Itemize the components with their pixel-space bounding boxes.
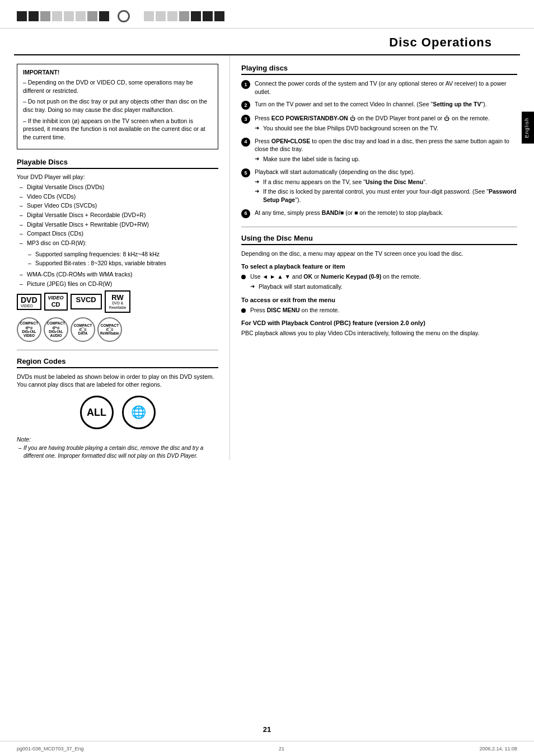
step-num-2: 2 — [241, 101, 250, 110]
footer-right: 2006.2.14, 11:08 — [479, 746, 517, 752]
disc-circles-row: COMPACTdiscDIGITAL VIDEO COMPACTdiscDIGI… — [17, 317, 218, 343]
bar-block — [214, 11, 224, 21]
step-num-1: 1 — [241, 80, 250, 89]
list-item: Supported sampling frequencies: 8 kHz~48… — [25, 250, 218, 259]
disc-list: Digital Versatile Discs (DVDs) Video CDs… — [17, 183, 218, 247]
disc-item-compact-data: COMPACTdiscDATA — [71, 317, 95, 343]
list-item: Supported Bit-rates : 8~320 kbps, variab… — [25, 259, 218, 267]
top-decorative-bar — [0, 0, 534, 29]
step-content-6: At any time, simply press BAND/■ (or ■ o… — [255, 209, 517, 218]
important-title: IMPORTANT! — [23, 69, 212, 76]
step-num-3: 3 — [241, 115, 250, 124]
svcd-logo: SVCD — [71, 294, 102, 309]
bar-block — [203, 11, 213, 21]
dvd-logo: DVD VIDEO — [17, 294, 41, 310]
vcd-logo: VIDEO CD — [44, 293, 68, 311]
bar-block — [179, 11, 189, 21]
bar-block — [29, 11, 39, 21]
step-4-arrow: Make sure the label side is facing up. — [255, 155, 517, 163]
list-item: Video CDs (VCDs) — [17, 192, 218, 201]
disc-menu-header: Using the Disc Menu — [241, 234, 517, 245]
rw-logo: RW DVD &Rewritable — [105, 290, 131, 312]
top-bar-right-pattern — [144, 11, 224, 21]
top-bar-left-pattern — [17, 11, 109, 21]
bar-block — [156, 11, 166, 21]
step-num-6: 6 — [241, 209, 250, 218]
bar-block — [99, 11, 109, 21]
step-3: 3 Press ECO POWER/STANDBY-ON ⏻ on the DV… — [241, 114, 517, 132]
main-content: IMPORTANT! – Depending on the DVD or VID… — [0, 55, 534, 460]
disc-logos-row: DVD VIDEO VIDEO CD SVCD RW DVD &Rewritab… — [17, 290, 218, 312]
bullet-dot-2 — [241, 308, 246, 313]
note-section: Note: If you are having trouble playing … — [17, 436, 218, 460]
access-menu-title: To access or exit from the menu — [241, 297, 517, 303]
page-title-bar: Disc Operations — [14, 29, 520, 55]
list-item: Compact Discs (CDs) — [17, 229, 218, 238]
important-point-2: – Do not push on the disc tray or put an… — [23, 97, 212, 114]
bullet-dot — [241, 275, 246, 279]
footer-center: 21 — [279, 746, 284, 752]
step-5: 5 Playback will start automatically (dep… — [241, 168, 517, 204]
mp3-sub-list: Supported sampling frequencies: 8 kHz~48… — [17, 250, 218, 267]
bar-block — [167, 11, 177, 21]
important-point-3: – If the inhibit icon (ø) appears on the… — [23, 117, 212, 142]
disc-item-compact-video: COMPACTdiscDIGITAL VIDEO — [17, 317, 41, 343]
list-item: Digital Versatile Discs + Recordable (DV… — [17, 211, 218, 219]
step-content-4: Press OPEN•CLOSE to open the disc tray a… — [255, 137, 517, 163]
bar-block — [40, 11, 50, 21]
disc-menu-intro: Depending on the disc, a menu may appear… — [241, 250, 517, 258]
important-box: IMPORTANT! – Depending on the DVD or VID… — [17, 64, 218, 149]
note-text: If you are having trouble playing a cert… — [17, 444, 218, 460]
extra-disc-list: WMA-CDs (CD-ROMs with WMA tracks) Pictur… — [17, 270, 218, 288]
pbc-title: For VCD with Playback Control (PBC) feat… — [241, 320, 517, 326]
step-content-2: Turn on the TV power and set to the corr… — [255, 100, 517, 110]
playable-discs-intro: Your DVD Player will play: — [17, 173, 218, 180]
important-point-1: – Depending on the DVD or VIDEO CD, some… — [23, 78, 212, 95]
select-feature-text: Use ◄ ► ▲ ▼ and OK or Numeric Keypad (0-… — [250, 273, 421, 290]
step-content-5: Playback will start automatically (depen… — [255, 168, 517, 204]
bar-block — [17, 11, 27, 21]
bar-block — [144, 11, 154, 21]
step-5-arrow-2: If the disc is locked by parental contro… — [255, 187, 517, 204]
step-2: 2 Turn on the TV power and set to the co… — [241, 100, 517, 110]
step-4: 4 Press OPEN•CLOSE to open the disc tray… — [241, 137, 517, 163]
step-num-4: 4 — [241, 138, 250, 147]
select-feature-bullet: Use ◄ ► ▲ ▼ and OK or Numeric Keypad (0-… — [241, 273, 517, 290]
step-1: 1 Connect the power cords of the system … — [241, 79, 517, 96]
access-menu-text: Press DISC MENU on the remote. — [250, 306, 339, 314]
bar-block — [76, 11, 86, 21]
region-all-icon: ALL — [80, 396, 114, 429]
bar-block — [64, 11, 74, 21]
disc-item-compact-rw: COMPACTdiscReWritable — [97, 317, 122, 343]
select-feature-title: To select a playback feature or item — [241, 263, 517, 270]
note-title: Note: — [17, 436, 218, 443]
list-item: Digital Versatile Discs (DVDs) — [17, 183, 218, 191]
page-number: 21 — [246, 720, 288, 739]
pbc-text: PBC playback allows you to play Video CD… — [241, 329, 517, 337]
footer-left: pg001-038_MCD703_37_Eng — [17, 746, 84, 752]
access-menu-bullet: Press DISC MENU on the remote. — [241, 306, 517, 314]
language-tab: English — [522, 112, 534, 144]
region-icons: ALL 🌐 — [17, 396, 218, 429]
list-item: Super Video CDs (SVCDs) — [17, 201, 218, 210]
bar-block — [191, 11, 201, 21]
bottom-bar: pg001-038_MCD703_37_Eng 21 2006.2.14, 11… — [0, 741, 534, 756]
list-item: Picture (JPEG) files on CD-R(W) — [17, 280, 218, 288]
step-3-arrow: You should see the blue Philips DVD back… — [255, 124, 517, 133]
list-item: MP3 disc on CD-R(W): — [17, 239, 218, 247]
playing-discs-steps: 1 Connect the power cords of the system … — [241, 79, 517, 218]
disc-item-compact-audio: COMPACTdiscDIGITAL AUDIO — [44, 317, 68, 343]
list-item: WMA-CDs (CD-ROMs with WMA tracks) — [17, 270, 218, 279]
step-content-1: Connect the power cords of the system an… — [255, 79, 517, 96]
top-bar-circle — [118, 10, 130, 22]
step-5-arrow-1: If a disc menu appears on the TV, see "U… — [255, 178, 517, 186]
region-globe-icon: 🌐 — [122, 396, 156, 429]
playable-discs-header: Playable Discs — [17, 158, 218, 169]
playing-discs-header: Playing discs — [241, 64, 517, 75]
region-codes-description: DVDs must be labeled as shown below in o… — [17, 373, 218, 389]
bar-block — [52, 11, 62, 21]
page-title: Disc Operations — [31, 35, 492, 50]
list-item: Digital Versatile Discs + Rewritable (DV… — [17, 220, 218, 229]
region-codes-header: Region Codes — [17, 357, 218, 368]
left-column: IMPORTANT! – Depending on the DVD or VID… — [17, 55, 229, 460]
